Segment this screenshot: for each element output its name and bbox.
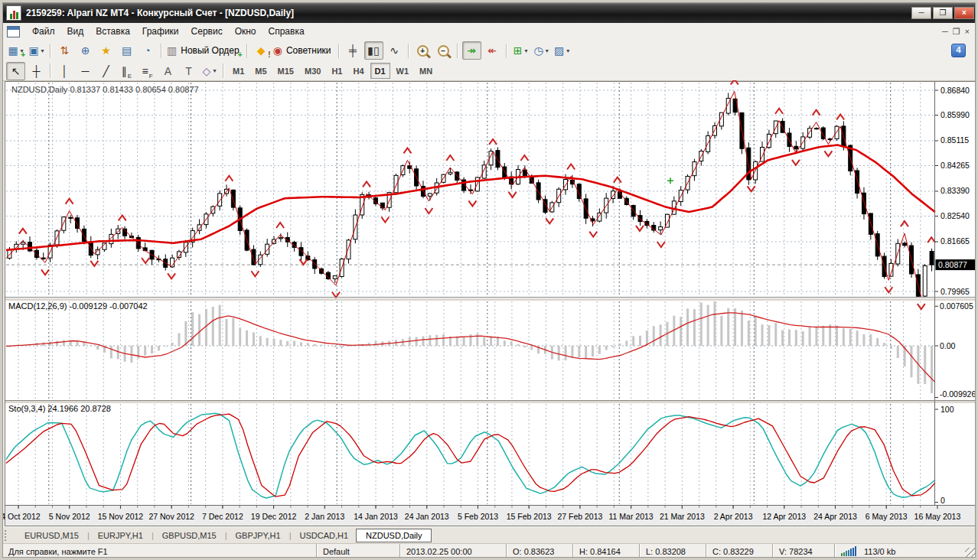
chart-tab-usdcad-h1[interactable]: USDCAD,H1: [292, 529, 356, 542]
resize-grip[interactable]: [965, 548, 976, 558]
metaeditor-button[interactable]: ◆!: [252, 41, 271, 60]
chart-bars-button[interactable]: ╪: [344, 41, 363, 60]
status-bar: Для справки, нажмите F1 Default 2013.02.…: [2, 543, 976, 558]
arrows-tool-button[interactable]: ◇▾: [200, 62, 219, 80]
metaeditor-badge: !: [268, 51, 270, 59]
chart-shift-icon: ↞: [487, 45, 497, 56]
chart-candlesticks-button[interactable]: ▮▯: [364, 41, 383, 60]
new-order-label: Новый Ордер: [181, 45, 239, 56]
indicators-add-icon: ⊞: [513, 45, 523, 56]
date-tick-label: 24 Apr 2013: [813, 512, 857, 521]
menu-item-file[interactable]: Файл: [26, 24, 61, 39]
crosshair-button[interactable]: ┼: [27, 62, 46, 80]
chart-canvas[interactable]: 0.868400.859900.851150.842650.833900.825…: [0, 80, 978, 526]
date-tick-label: 24 Jan 2013: [405, 512, 449, 521]
date-tick-label: 2 Jan 2013: [305, 512, 344, 521]
mt4-window: 2159259: Alpari NZ MT4 - Конкурсный Счет…: [0, 0, 978, 560]
templates-button[interactable]: ▨▾: [553, 41, 572, 60]
minimize-button[interactable]: ─: [911, 7, 931, 19]
chart-tab-nzdusd-daily[interactable]: NZDUSD,Daily: [356, 529, 432, 542]
timeframe-h1-button[interactable]: H1: [327, 63, 347, 79]
notification-badge[interactable]: 4: [951, 44, 966, 57]
chart-document-icon[interactable]: [7, 26, 20, 37]
price-tick-label: 0.85990: [941, 110, 970, 119]
periods-dropdown-arrow[interactable]: ▾: [546, 47, 549, 54]
data-window-button[interactable]: ⊕: [76, 41, 95, 60]
close-button[interactable]: ×: [954, 7, 974, 19]
macd-label: MACD(12,26,9) -0.009129 -0.007042: [8, 301, 148, 311]
timeframe-w1-button[interactable]: W1: [392, 63, 414, 79]
horizontal-line-button[interactable]: ─: [76, 62, 95, 80]
indicators-add-dropdown-arrow[interactable]: ▾: [524, 47, 527, 54]
timeframe-toolbar: M1M5M15M30H1H4D1W1MN: [227, 63, 438, 79]
menu-item-service[interactable]: Сервис: [185, 24, 229, 39]
fibonacci-retracement-button[interactable]: ≡F: [138, 62, 157, 80]
timeframe-m15-button[interactable]: M15: [273, 63, 298, 79]
arrows-tool-dropdown-arrow[interactable]: ▾: [213, 67, 216, 74]
chart-tab-eurjpy-h1[interactable]: EURJPY,H1: [90, 529, 151, 542]
timeframe-m5-button[interactable]: M5: [250, 63, 271, 79]
strategy-tester-icon: ◔: [144, 45, 150, 56]
chart-profiles-dropdown-arrow[interactable]: ▾: [41, 47, 44, 54]
templates-dropdown-arrow[interactable]: ▾: [566, 47, 569, 54]
chart-line-button[interactable]: ∿: [385, 41, 404, 60]
menu-item-insert[interactable]: Вставка: [90, 24, 136, 39]
timeframe-m30-button[interactable]: M30: [300, 63, 325, 79]
zoom-out-button[interactable]: −: [434, 41, 453, 60]
date-tick-label: 27 Feb 2013: [557, 512, 602, 521]
menu-item-window[interactable]: Окно: [229, 24, 262, 39]
mdi-close-button[interactable]: ×: [965, 27, 970, 37]
market-watch-button[interactable]: ⇅: [55, 41, 74, 60]
menu-item-help[interactable]: Справка: [262, 24, 311, 39]
equidistant-channel-button[interactable]: ∥E: [117, 62, 136, 80]
status-volume: V: 78234: [772, 544, 834, 558]
new-order-button[interactable]: ▥+Новый Ордер: [166, 41, 243, 60]
menu-item-view[interactable]: Вид: [61, 24, 90, 39]
chart-tab-eurusd-m15[interactable]: EURUSD,M15: [17, 529, 86, 542]
toolbar-separator: [246, 44, 248, 58]
navigator-button[interactable]: ★: [96, 41, 116, 60]
menu-item-charts[interactable]: Графики: [136, 24, 185, 39]
timeframe-mn-button[interactable]: MN: [415, 63, 437, 79]
text-button[interactable]: A: [158, 62, 178, 80]
timeframe-h4-button[interactable]: H4: [348, 63, 368, 79]
text-label-button[interactable]: T: [179, 62, 198, 80]
crosshair-icon: ┼: [33, 66, 41, 77]
trend-line-button[interactable]: ╱: [96, 62, 116, 80]
mdi-restore-button[interactable]: ❐: [953, 27, 960, 37]
maximize-button[interactable]: ❐: [933, 7, 953, 19]
chart-window-frame: [5, 82, 976, 526]
timeframe-m1-button[interactable]: M1: [228, 63, 249, 79]
date-tick-label: 21 Mar 2013: [660, 512, 705, 521]
tab-separator: |: [289, 531, 292, 540]
timeframe-d1-button[interactable]: D1: [370, 63, 390, 79]
horizontal-line-icon: ─: [82, 66, 90, 77]
cursor-icon: ↖: [11, 66, 21, 77]
zoom-in-button[interactable]: +: [413, 41, 432, 60]
terminal-button[interactable]: ▤: [117, 41, 136, 60]
mdi-window-buttons: ─❐×: [942, 27, 970, 37]
status-profile[interactable]: Default: [316, 544, 399, 558]
mdi-minimize-button[interactable]: ─: [942, 27, 948, 37]
chart-tab-gbpusd-m15[interactable]: GBPUSD,M15: [155, 529, 224, 542]
auto-scroll-button[interactable]: ↠: [462, 41, 481, 60]
strategy-tester-button[interactable]: ◔: [138, 41, 157, 60]
sto-tick-label: 100: [941, 405, 954, 414]
periods-button[interactable]: ◷▾: [532, 41, 551, 60]
indicators-add-button[interactable]: ⊞▾: [511, 41, 530, 60]
tab-strip-handle[interactable]: [5, 530, 12, 541]
date-tick-label: 11 Mar 2013: [609, 512, 654, 521]
new-chart-button[interactable]: ▦+▾: [6, 41, 25, 60]
vertical-line-button[interactable]: │: [55, 62, 74, 80]
chart-shift-button[interactable]: ↞: [483, 41, 502, 60]
zoom-out-icon: −: [438, 45, 449, 57]
price-tick-label: 0.79965: [941, 287, 970, 296]
cursor-button[interactable]: ↖: [6, 62, 25, 80]
title-bar[interactable]: 2159259: Alpari NZ MT4 - Конкурсный Счет…: [2, 2, 976, 23]
chart-profiles-button[interactable]: ▣▾: [27, 41, 46, 60]
price-tick-label: 0.81665: [941, 236, 970, 246]
expert-advisors-button[interactable]: ◉Советники: [272, 41, 334, 60]
market-watch-icon: ⇅: [60, 45, 70, 56]
date-tick-label: 12 Apr 2013: [762, 512, 806, 521]
chart-tab-gbpjpy-h1[interactable]: GBPJPY,H1: [228, 529, 289, 542]
